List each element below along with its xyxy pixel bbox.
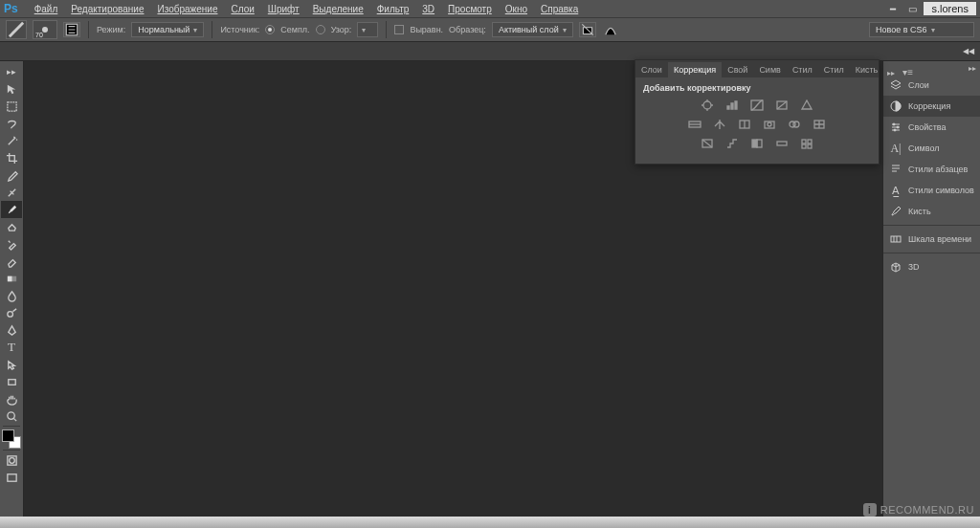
pressure-size-toggle[interactable]: [602, 22, 619, 37]
adjustments-icon: [889, 99, 902, 113]
collapse-panels-icon[interactable]: ◀◀: [957, 47, 980, 55]
levels-icon[interactable]: [724, 99, 740, 112]
menu-filter[interactable]: Фильтр: [370, 4, 416, 14]
panel-tab-character-styles[interactable]: Стил: [818, 62, 850, 77]
color-lookup-icon[interactable]: [812, 118, 827, 131]
lasso-tool[interactable]: [1, 115, 22, 132]
screenmode-switch[interactable]: [1, 469, 22, 486]
dock-item-properties[interactable]: Свойства: [883, 117, 980, 138]
maximize-button[interactable]: ▭: [904, 2, 920, 15]
panel-tab-character[interactable]: Симв: [753, 62, 787, 77]
brush-panel-toggle[interactable]: [63, 22, 80, 37]
black-white-icon[interactable]: [737, 118, 752, 131]
quickmask-toggle[interactable]: [1, 451, 22, 469]
dock-item-brush[interactable]: Кисть: [883, 201, 980, 222]
brightness-contrast-icon[interactable]: [700, 99, 715, 112]
channel-mixer-icon[interactable]: [787, 118, 802, 131]
svg-point-13: [897, 126, 899, 128]
menu-type[interactable]: Шрифт: [261, 4, 306, 14]
photo-filter-icon[interactable]: [762, 118, 777, 131]
selective-color-icon[interactable]: [799, 137, 814, 150]
color-swatches[interactable]: [2, 429, 21, 449]
posterize-icon[interactable]: [724, 137, 740, 150]
info-badge-icon: i: [863, 503, 877, 517]
dock-item-layers[interactable]: Слои: [883, 75, 980, 96]
menu-help[interactable]: Справка: [534, 4, 585, 14]
menu-image[interactable]: Изображение: [150, 4, 224, 14]
invert-icon[interactable]: [700, 137, 715, 150]
type-tool[interactable]: T: [1, 339, 22, 356]
brush-tool[interactable]: [1, 201, 22, 218]
brush-panel-icon: [64, 22, 79, 37]
dock-item-character-styles[interactable]: A̲Стили символов: [883, 180, 980, 201]
gradient-map-icon[interactable]: [774, 137, 790, 150]
ignore-adjustments-toggle[interactable]: [579, 22, 596, 37]
threshold-icon[interactable]: [749, 137, 765, 150]
zoom-tool[interactable]: [1, 407, 22, 425]
dock-item-adjustments[interactable]: Коррекция: [883, 96, 980, 117]
vibrance-icon[interactable]: [799, 99, 814, 112]
pattern-picker[interactable]: ▾: [357, 22, 378, 37]
source-sampled-radio[interactable]: [265, 25, 275, 34]
svg-rect-28: [757, 140, 762, 147]
dock-item-paragraph-styles[interactable]: Стили абзацев: [883, 159, 980, 180]
move-tool[interactable]: [1, 80, 22, 98]
hue-sat-icon[interactable]: [687, 118, 702, 131]
expand-panels-icon[interactable]: ▸▸: [969, 64, 976, 73]
eraser-tool[interactable]: [1, 253, 22, 270]
dock-item-label: Стили символов: [908, 186, 974, 195]
spot-heal-tool[interactable]: [1, 184, 22, 201]
panel-tab-adjustments[interactable]: Коррекция: [668, 62, 722, 77]
gradient-tool[interactable]: [1, 270, 22, 287]
workspace-switcher[interactable]: Новое в CS6▾: [869, 22, 974, 37]
dock-item-label: Символ: [908, 143, 939, 153]
panel-tab-layers[interactable]: Слои: [635, 62, 668, 77]
svg-rect-29: [777, 142, 787, 145]
menu-window[interactable]: Окно: [499, 4, 534, 14]
magic-wand-tool[interactable]: [1, 132, 22, 149]
hand-tool[interactable]: [1, 390, 22, 407]
dodge-tool[interactable]: [1, 304, 22, 321]
brush-preset-picker[interactable]: 70: [33, 20, 57, 39]
blend-mode-select[interactable]: Нормальный▾: [131, 22, 204, 37]
toolbar-collapse-icon[interactable]: ▸▸: [1, 63, 22, 80]
dock-item-3d[interactable]: 3D: [883, 256, 980, 277]
menu-select[interactable]: Выделение: [306, 4, 370, 14]
panel-tab-brush[interactable]: Кисть: [850, 62, 884, 77]
clone-stamp-tool[interactable]: [1, 218, 22, 235]
eyedropper-tool[interactable]: [1, 166, 22, 184]
foreground-swatch[interactable]: [2, 429, 14, 442]
rectangle-tool[interactable]: [1, 373, 22, 390]
color-balance-icon[interactable]: [712, 118, 727, 131]
history-brush-tool[interactable]: [1, 235, 22, 253]
aligned-label: Выравн.: [410, 25, 443, 34]
menu-bar: Ps Файл Редактирование Изображение Слои …: [0, 0, 980, 17]
minimize-button[interactable]: ━: [885, 2, 901, 15]
crop-tool[interactable]: [1, 149, 22, 166]
tabs-overflow-icon[interactable]: ▸▸: [883, 69, 899, 77]
menu-file[interactable]: Файл: [28, 4, 65, 14]
path-select-tool[interactable]: [1, 356, 22, 373]
tool-preset-picker[interactable]: [6, 20, 27, 39]
dock-item-label: Стили абзацев: [908, 165, 968, 174]
svg-point-24: [793, 121, 799, 127]
sample-layers-select[interactable]: Активный слой▾: [492, 22, 573, 37]
panel-tab-properties[interactable]: Свой: [722, 62, 753, 77]
curves-icon[interactable]: [749, 99, 765, 112]
exposure-icon[interactable]: [774, 99, 790, 112]
menu-edit[interactable]: Редактирование: [64, 4, 150, 14]
panel-menu-icon[interactable]: ▾≡: [899, 67, 917, 77]
svg-rect-30: [802, 140, 806, 143]
menu-3d[interactable]: 3D: [415, 4, 441, 14]
source-pattern-radio[interactable]: [316, 25, 325, 34]
aligned-checkbox[interactable]: [394, 25, 404, 34]
panel-tab-paragraph-styles[interactable]: Стил: [787, 62, 818, 77]
dock-item-timeline[interactable]: Шкала времени: [883, 229, 980, 250]
pen-tool[interactable]: [1, 321, 22, 339]
blur-tool[interactable]: [1, 287, 22, 304]
svg-point-12: [893, 123, 895, 125]
menu-layers[interactable]: Слои: [224, 4, 260, 14]
dock-item-character[interactable]: A|Символ: [883, 138, 980, 159]
rect-marquee-tool[interactable]: [1, 98, 22, 115]
menu-view[interactable]: Просмотр: [441, 4, 499, 14]
